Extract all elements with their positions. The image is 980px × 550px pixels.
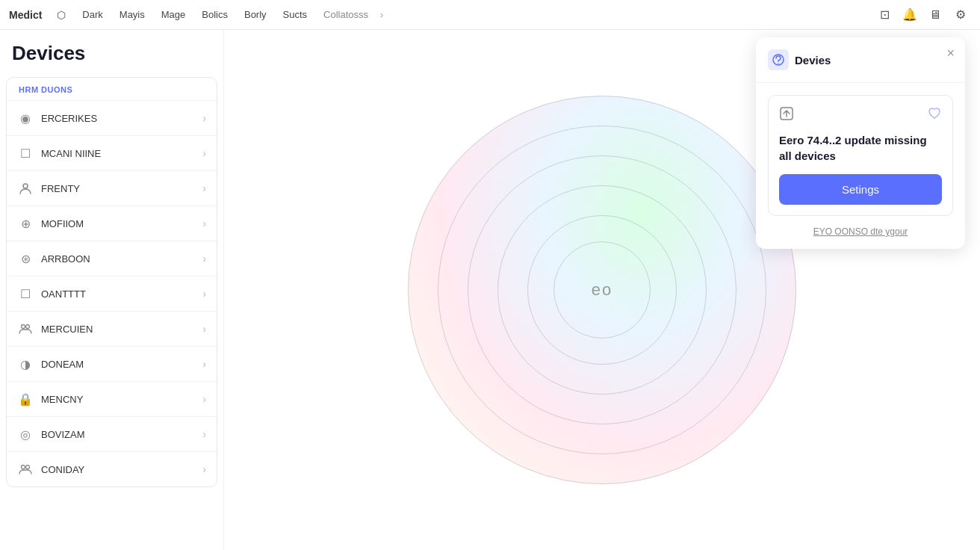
- list-item[interactable]: ◑ DONEAM ›: [7, 346, 217, 381]
- device-name-5: OANTTTT: [41, 288, 195, 300]
- svg-point-0: [23, 184, 28, 188]
- panel-header: Devies: [768, 49, 953, 70]
- device-icon-6: [17, 321, 34, 337]
- app-logo: Medict: [9, 9, 42, 21]
- chevron-icon-10: ›: [202, 463, 206, 475]
- center-label: eo: [592, 280, 612, 300]
- list-item[interactable]: ☐ MCANI NIINE ›: [7, 135, 217, 170]
- nav-tabs: Dark Mayis Mage Bolics Borly Sucts Colla…: [75, 6, 871, 23]
- circles-visualization: eo: [408, 96, 796, 484]
- device-name-1: MCANI NIINE: [41, 148, 195, 159]
- tab-bolics[interactable]: Bolics: [194, 6, 235, 23]
- panel-title: Devies: [795, 54, 831, 67]
- topnav: Medict ⬡ Dark Mayis Mage Bolics Borly Su…: [0, 0, 980, 30]
- tab-borly[interactable]: Borly: [237, 6, 274, 23]
- svg-point-4: [26, 466, 30, 469]
- chevron-icon-3: ›: [202, 217, 206, 229]
- tab-mage[interactable]: Mage: [154, 6, 193, 23]
- device-icon-4: ⊛: [17, 250, 34, 267]
- list-item[interactable]: FRENTY ›: [7, 170, 217, 206]
- device-list: HRM DUONS ◉ ERCERIKES › ☐ MCANI NIINE › …: [6, 77, 217, 487]
- device-name-9: BOVIZAM: [41, 429, 195, 440]
- chevron-icon-4: ›: [202, 253, 206, 265]
- svg-point-3: [22, 466, 25, 469]
- tab-dark[interactable]: Dark: [75, 6, 110, 23]
- chevron-icon-7: ›: [202, 358, 206, 370]
- bell-icon[interactable]: 🔔: [899, 4, 920, 25]
- page-title: Devices: [0, 42, 223, 77]
- svg-point-6: [778, 63, 779, 64]
- chevron-icon-6: ›: [202, 323, 206, 335]
- right-panel: × Devies: [756, 37, 965, 249]
- tab-sucts[interactable]: Sucts: [276, 6, 315, 23]
- chevron-icon-9: ›: [202, 428, 206, 440]
- main-content: Devices HRM DUONS ◉ ERCERIKES › ☐ MCANI …: [0, 30, 980, 550]
- panel-divider: [756, 82, 965, 83]
- close-button[interactable]: ×: [946, 46, 955, 60]
- tabs-overflow-icon[interactable]: ›: [380, 10, 383, 20]
- list-item[interactable]: ⊕ MOFIIOM ›: [7, 206, 217, 241]
- chevron-icon-1: ›: [202, 147, 206, 159]
- list-item[interactable]: MERCUIEN ›: [7, 311, 217, 346]
- chevron-icon-5: ›: [202, 288, 206, 300]
- list-item[interactable]: CONIDAY ›: [7, 451, 217, 486]
- share-icon: [779, 106, 794, 125]
- device-name-6: MERCUIEN: [41, 324, 195, 335]
- device-name-4: ARRBOON: [41, 253, 195, 265]
- svg-point-2: [26, 325, 30, 329]
- tab-collatosss[interactable]: Collatosss: [316, 6, 376, 23]
- settings-button[interactable]: Setings: [779, 174, 942, 205]
- panel-card-icons: [779, 106, 942, 125]
- device-icon-9: ◎: [17, 426, 34, 442]
- nav-icon-btn[interactable]: ⬡: [51, 4, 72, 25]
- list-header: HRM DUONS: [7, 78, 217, 100]
- device-name-3: MOFIIOM: [41, 218, 195, 229]
- device-name-2: FRENTY: [41, 183, 195, 194]
- device-icon-2: [17, 180, 34, 197]
- chevron-icon-8: ›: [202, 393, 206, 405]
- device-icon-10: [17, 461, 34, 478]
- device-icon-7: ◑: [17, 356, 34, 372]
- list-item[interactable]: ◉ ERCERIKES ›: [7, 100, 217, 135]
- panel-card: Eero 74.4..2 update missing all devices …: [768, 95, 953, 216]
- device-name-8: MENCNY: [41, 394, 195, 405]
- list-item[interactable]: ◎ BOVIZAM ›: [7, 416, 217, 451]
- device-icon-8: 🔒: [17, 391, 34, 407]
- settings-icon[interactable]: ⚙: [950, 4, 971, 25]
- list-item[interactable]: ☐ OANTTTT ›: [7, 276, 217, 311]
- chevron-icon-0: ›: [202, 112, 206, 124]
- svg-point-1: [22, 325, 25, 329]
- panel-header-icon: [768, 49, 789, 70]
- device-icon-3: ⊕: [17, 215, 34, 232]
- left-panel: Devices HRM DUONS ◉ ERCERIKES › ☐ MCANI …: [0, 30, 224, 550]
- topnav-right-icons: ⊡ 🔔 🖥 ⚙: [874, 4, 971, 25]
- device-name-0: ERCERIKES: [41, 113, 195, 124]
- heart-icon: [927, 106, 942, 125]
- device-name-7: DONEAM: [41, 359, 195, 370]
- chevron-icon-2: ›: [202, 182, 206, 194]
- device-name-10: CONIDAY: [41, 464, 195, 475]
- device-icon-5: ☐: [17, 285, 34, 302]
- device-icon-1: ☐: [17, 145, 34, 161]
- panel-card-message: Eero 74.4..2 update missing all devices: [779, 132, 942, 164]
- display-icon[interactable]: 🖥: [925, 4, 946, 25]
- device-icon-0: ◉: [17, 110, 34, 126]
- list-item[interactable]: ⊛ ARRBOON ›: [7, 241, 217, 276]
- list-item[interactable]: 🔒 MENCNY ›: [7, 381, 217, 416]
- monitor-icon[interactable]: ⊡: [874, 4, 895, 25]
- tab-mayis[interactable]: Mayis: [112, 6, 152, 23]
- panel-footer-link[interactable]: EYO OONSO dte ygour: [768, 226, 953, 237]
